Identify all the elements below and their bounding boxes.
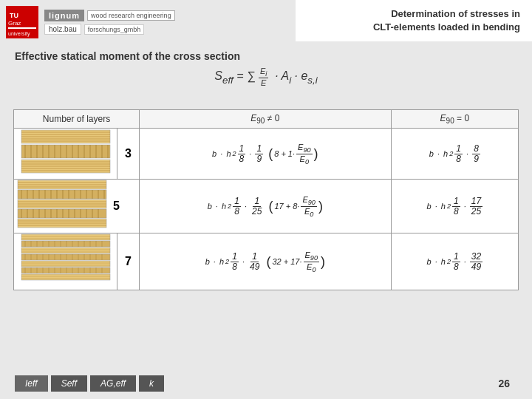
table-row: 7 b · h2 1 8 · 1 49: [14, 233, 519, 290]
formula-5-neq: b · h2 1 8 · 1 25 ( 17 + 8·: [140, 180, 392, 233]
formula-7-eq: b · h2 1 8 · 32 49: [391, 233, 518, 290]
svg-text:TU: TU: [10, 12, 18, 19]
svg-rect-112: [21, 261, 110, 267]
wood-research-label: wood research engineering: [87, 10, 175, 21]
table-row: 5 b · h2 1 8 · 1 25: [14, 180, 519, 233]
svg-rect-37: [18, 190, 106, 199]
svg-rect-79: [21, 241, 110, 247]
layer-num-5: 5: [110, 200, 120, 213]
header-title-line1: Determination of stresses in: [307, 7, 520, 21]
formula-3-neq: b · h2 1 8 · 1 9 ( 8 + 1·: [140, 129, 392, 180]
main-formula: Seff = ∑ Ei E · Ai · es,i: [15, 66, 517, 87]
main-content-table: Number of layers E90 ≠ 0 E90 = 0: [13, 109, 519, 290]
page-header: Determination of stresses in CLT-element…: [296, 0, 532, 41]
layer-image-3: [14, 129, 117, 180]
section-title: Effective statical moment of the cross s…: [15, 50, 240, 62]
formula-3-eq: b · h2 1 8 · 8 9: [391, 129, 518, 180]
page-number: 26: [498, 378, 517, 389]
bottom-navigation: Ieff Seff AG,eff k 26: [15, 375, 517, 392]
lignum-logo: lignum: [44, 10, 84, 21]
col2-header: E90 ≠ 0: [140, 110, 392, 129]
svg-rect-94: [21, 248, 110, 253]
tu-graz-logo: TU Graz university: [6, 6, 38, 38]
forschungs-logo: forschungs_gmbh: [84, 24, 145, 35]
svg-rect-11: [21, 145, 110, 158]
formula-7-neq: b · h2 1 8 · 1 49 ( 32 + 17·: [140, 233, 392, 290]
svg-rect-57: [18, 209, 106, 218]
formula-5-eq: b · h2 1 8 · 17 25: [391, 180, 518, 233]
layer-image-7: [14, 233, 117, 290]
svg-rect-76: [21, 234, 110, 240]
nav-btn-seff[interactable]: Seff: [51, 375, 87, 392]
svg-rect-115: [21, 267, 110, 273]
header-title-line2: CLT-elements loaded in bending: [307, 21, 520, 34]
svg-rect-97: [21, 254, 110, 260]
holz-bau-logo: holz.bau: [44, 24, 81, 35]
table-row: 3 b · h2 1 8 · 1 9 (: [14, 129, 519, 180]
svg-text:Graz: Graz: [8, 20, 21, 27]
logo-text-group: lignum wood research engineering holz.ba…: [44, 10, 175, 35]
nav-btn-k[interactable]: k: [139, 375, 164, 392]
logo-area: TU Graz university lignum wood research …: [6, 6, 175, 38]
layer-num-3: 3: [117, 129, 140, 180]
col3-header: E90 = 0: [391, 110, 518, 129]
svg-text:university: university: [8, 31, 30, 37]
nav-btn-ageff[interactable]: AG,eff: [90, 375, 136, 392]
layer-num-7: 7: [117, 233, 140, 290]
col1-header: Number of layers: [14, 110, 140, 129]
nav-btn-ieff[interactable]: Ieff: [15, 375, 48, 392]
svg-rect-3: [8, 27, 36, 29]
layer-cell-5: 5: [14, 180, 140, 233]
svg-rect-130: [21, 274, 110, 280]
